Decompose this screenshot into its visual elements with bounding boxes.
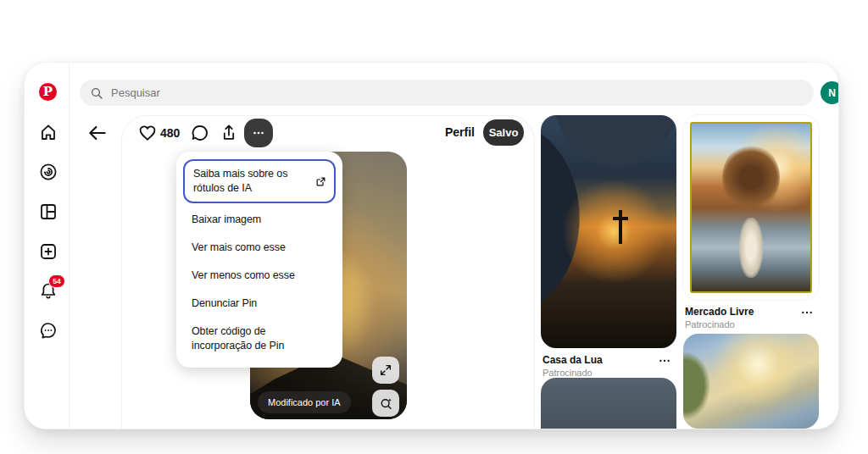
pin-meta: Mercado Livre Patrocinado — [685, 306, 817, 329]
saved-button[interactable]: Salvo — [483, 119, 524, 146]
home-icon[interactable] — [38, 122, 58, 142]
create-icon[interactable] — [38, 241, 58, 262]
related-pin-mercado-livre-card[interactable] — [683, 115, 819, 300]
pin-more-options-icon[interactable] — [656, 354, 673, 368]
menu-item-report-pin[interactable]: Denunciar Pin — [183, 290, 336, 318]
boards-icon[interactable] — [38, 202, 58, 222]
related-pin-partial-bottom-right[interactable] — [683, 334, 819, 429]
ai-modified-badge: Modificado por IA — [258, 391, 351, 413]
pin-title[interactable]: Casa da Lua — [542, 354, 675, 366]
more-options-button[interactable] — [244, 119, 273, 147]
comment-icon[interactable] — [190, 123, 210, 143]
pin-title[interactable]: Mercado Livre — [685, 306, 817, 318]
search-icon — [90, 86, 103, 100]
related-pin-casa-da-lua-image[interactable] — [541, 115, 676, 348]
pin-sponsored-label: Patrocinado — [685, 319, 817, 329]
related-pins-column-2: Mercado Livre Patrocinado — [683, 63, 819, 429]
expand-icon[interactable] — [372, 357, 399, 384]
visual-search-lens-icon[interactable] — [372, 390, 399, 417]
pin-meta: Casa da Lua Patrocinado — [542, 354, 675, 378]
pinterest-app-window: P 54 — [24, 62, 839, 429]
notifications-icon[interactable]: 54 — [38, 280, 58, 301]
like-count: 480 — [160, 126, 180, 140]
pin-sponsored-label: Patrocinado — [542, 368, 675, 378]
sidebar: P 54 — [25, 63, 70, 429]
menu-item-see-less-like-this[interactable]: Ver menos como esse — [183, 262, 336, 290]
menu-item-embed-code[interactable]: Obter código de incorporação de Pin — [183, 318, 336, 360]
like-heart-icon[interactable] — [137, 123, 158, 143]
related-pins-column-1: Casa da Lua Patrocinado — [541, 63, 676, 429]
lion-image — [690, 122, 812, 293]
notifications-badge: 54 — [48, 274, 65, 288]
pin-options-menu: Saiba mais sobre os rótulos de IA Baixar… — [176, 152, 342, 368]
back-button[interactable] — [86, 122, 108, 144]
pin-more-options-icon[interactable] — [798, 306, 815, 319]
menu-item-download-image[interactable]: Baixar imagem — [183, 206, 336, 234]
lion-silhouette — [722, 144, 779, 211]
profile-link[interactable]: Perfil — [445, 125, 475, 139]
pinterest-logo[interactable]: P — [39, 83, 57, 101]
menu-item-see-more-like-this[interactable]: Ver mais como esse — [183, 234, 336, 262]
cross-silhouette — [611, 208, 630, 246]
profile-avatar[interactable]: N — [821, 81, 839, 104]
pinterest-logo-letter: P — [43, 86, 53, 98]
related-pin-partial-bottom-left[interactable] — [541, 378, 676, 429]
messages-icon[interactable] — [38, 320, 58, 340]
external-link-icon — [314, 175, 327, 188]
reflection-silhouette — [739, 218, 763, 278]
menu-item-ai-labels[interactable]: Saiba mais sobre os rótulos de IA — [183, 159, 336, 203]
explore-icon[interactable] — [38, 162, 58, 182]
share-icon[interactable] — [219, 123, 239, 143]
